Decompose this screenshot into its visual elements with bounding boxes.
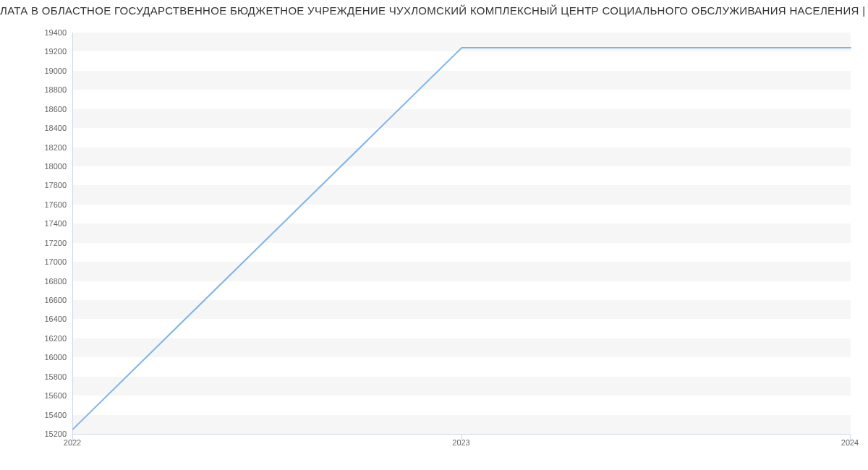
- y-tick-label: 19000: [6, 67, 67, 75]
- y-tick-label: 17400: [6, 219, 67, 228]
- y-tick-label: 17800: [6, 181, 67, 189]
- y-tick-label: 18600: [6, 105, 67, 114]
- y-tick-label: 15600: [6, 391, 67, 400]
- x-tick: [850, 434, 851, 441]
- y-tick-label: 18000: [6, 162, 67, 171]
- y-tick-label: 18400: [6, 124, 67, 132]
- chart-series-line: [73, 33, 851, 434]
- y-tick-label: 17200: [6, 239, 67, 247]
- y-tick-label: 15800: [6, 372, 67, 381]
- y-tick-label: 16000: [6, 353, 67, 362]
- y-tick-label: 17600: [6, 200, 67, 209]
- y-tick-label: 16800: [6, 277, 67, 286]
- y-tick-label: 15400: [6, 411, 67, 419]
- y-tick-label: 16200: [6, 334, 67, 343]
- y-tick-label: 19400: [6, 28, 67, 37]
- y-tick-label: 16400: [6, 315, 67, 323]
- y-tick-label: 18200: [6, 143, 67, 152]
- y-tick-label: 19200: [6, 47, 67, 56]
- line-chart: ЛАТА В ОБЛАСТНОЕ ГОСУДАРСТВЕННОЕ БЮДЖЕТН…: [0, 0, 868, 470]
- y-tick-label: 15200: [6, 430, 67, 438]
- y-tick-label: 16600: [6, 296, 67, 304]
- y-tick-label: 18800: [6, 85, 67, 94]
- x-tick: [72, 434, 73, 441]
- x-tick: [461, 434, 462, 441]
- plot-area: [72, 33, 851, 435]
- y-tick-label: 17000: [6, 257, 67, 266]
- chart-title: ЛАТА В ОБЛАСТНОЕ ГОСУДАРСТВЕННОЕ БЮДЖЕТН…: [0, 4, 868, 17]
